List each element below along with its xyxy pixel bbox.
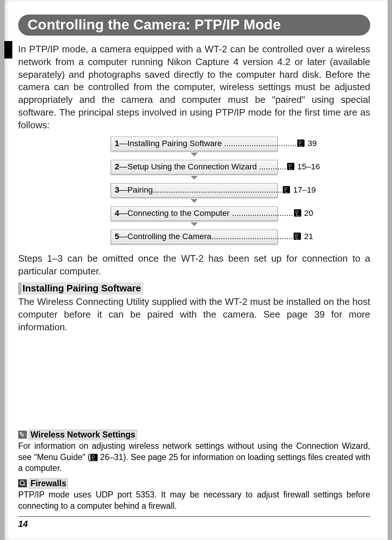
magnifier-icon: [18, 479, 27, 487]
leader-dots: ...........................: [232, 209, 293, 218]
step-label: —Pairing: [119, 185, 153, 194]
page-number: 14: [18, 519, 370, 529]
note-body: PTP/IP mode uses UDP port 5353. It may b…: [18, 489, 370, 511]
steps-list: 1—Installing Pairing Software ..........…: [18, 137, 370, 244]
step-2: 2—Setup Using the Connection Wizard ....…: [111, 160, 278, 174]
leader-dots: ............: [259, 162, 286, 172]
page-ref-icon: [294, 233, 301, 240]
leader-dots: ........................................…: [153, 185, 282, 195]
step-page: 15–16: [297, 162, 320, 171]
note-wireless-settings: Wireless Network Settings For informatio…: [18, 429, 370, 473]
down-arrow-icon: [191, 222, 198, 226]
subheading-wrap: Installing Pairing Software: [18, 282, 370, 295]
step-label: —Connecting to the Computer: [119, 209, 230, 218]
step-4: 4—Connecting to the Computer ...........…: [111, 206, 278, 221]
page-ref-icon: [287, 163, 294, 170]
step-page: 39: [308, 139, 317, 148]
intro-paragraph: In PTP/IP mode, a camera equipped with a…: [18, 43, 370, 132]
step-number: 4: [115, 209, 119, 218]
section-tab-marker: [4, 41, 12, 59]
step-number: 2: [115, 162, 119, 171]
note-title: Firewalls: [28, 478, 68, 489]
pencil-icon: [18, 431, 27, 439]
after-steps-paragraph: Steps 1–3 can be omitted once the WT-2 h…: [18, 252, 370, 278]
step-number: 1: [115, 139, 119, 148]
leader-dots: ....................................: [211, 232, 293, 241]
step-label: —Installing Pairing Software: [119, 139, 222, 148]
footer-rule: [18, 516, 370, 517]
down-arrow-icon: [191, 176, 198, 180]
subheading: Installing Pairing Software: [18, 282, 143, 295]
footer-notes: Wireless Network Settings For informatio…: [18, 425, 370, 529]
down-arrow-icon: [191, 153, 198, 156]
page-title-bar: Controlling the Camera: PTP/IP Mode: [18, 15, 370, 36]
note-title: Wireless Network Settings: [28, 429, 138, 440]
step-5: 5—Controlling the Camera................…: [111, 230, 278, 244]
subheading-paragraph: The Wireless Connecting Utility supplied…: [18, 295, 370, 333]
step-label: —Controlling the Camera: [119, 232, 212, 241]
page-ref-icon: [297, 140, 305, 147]
page-ref-icon: [283, 186, 290, 193]
step-label: —Setup Using the Connection Wizard: [119, 162, 257, 171]
down-arrow-icon: [191, 199, 198, 203]
page-ref-icon: [294, 209, 301, 217]
note-body: For information on adjusting wireless ne…: [18, 440, 370, 473]
step-number: 3: [115, 185, 119, 194]
step-1: 1—Installing Pairing Software ..........…: [111, 137, 278, 151]
step-number: 5: [115, 232, 119, 241]
leader-dots: ................................: [224, 139, 297, 148]
step-page: 21: [304, 232, 313, 241]
step-page: 20: [304, 209, 313, 218]
page-title: Controlling the Camera: PTP/IP Mode: [28, 17, 361, 33]
page-ref-icon: [90, 454, 98, 461]
step-3: 3—Pairing...............................…: [111, 183, 278, 198]
step-page: 17–19: [293, 185, 316, 194]
note-firewalls: Firewalls PTP/IP mode uses UDP port 5353…: [18, 478, 370, 511]
manual-page: Controlling the Camera: PTP/IP Mode In P…: [4, 0, 388, 540]
